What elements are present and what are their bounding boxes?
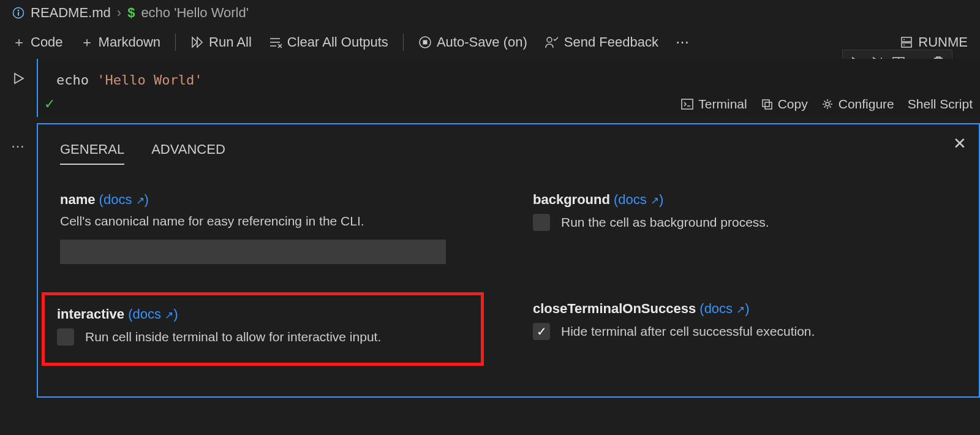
option-close-terminal: closeTerminalOnSuccess (docs ↗) ✓ Hide t… (533, 301, 957, 366)
code-string: 'Hello World' (97, 72, 202, 88)
server-icon (900, 36, 913, 49)
more-menu[interactable]: ⋯ (669, 31, 695, 54)
feedback-label: Send Feedback (564, 34, 658, 50)
terminal-action[interactable]: Terminal (681, 97, 747, 112)
external-link-icon: ↗ (650, 195, 659, 206)
cell-gutter: ⋯ (0, 59, 37, 398)
ellipsis-icon: ⋯ (676, 34, 689, 50)
option-close-terminal-desc: Hide terminal after cell successful exec… (561, 324, 815, 339)
run-cell-icon[interactable] (11, 71, 26, 89)
runme-label: RUNME (918, 34, 968, 50)
feedback-icon (545, 36, 559, 49)
configure-action[interactable]: Configure (821, 97, 894, 112)
terminal-label: Terminal (698, 97, 747, 112)
highlight-annotation: interactive (docs ↗) Run cell inside ter… (42, 292, 484, 366)
autosave-label: Auto-Save (on) (437, 34, 527, 50)
interactive-checkbox[interactable] (57, 328, 74, 346)
tab-general[interactable]: GENERAL (60, 142, 124, 165)
plus-icon: ＋ (80, 33, 94, 51)
separator (403, 34, 404, 51)
run-all-label: Run All (209, 34, 252, 50)
info-icon (12, 7, 24, 19)
svg-point-20 (826, 102, 829, 106)
svg-point-13 (903, 39, 905, 40)
breadcrumb-file[interactable]: README.md (31, 5, 111, 21)
breadcrumb-command[interactable]: echo 'Hello World' (141, 5, 249, 21)
notebook-toolbar: ＋ Code ＋ Markdown Run All Clear All Outp… (0, 26, 980, 59)
code-cell[interactable]: echo 'Hello World' ✓ Terminal (37, 59, 980, 117)
docs-link[interactable]: (docs ↗) (614, 192, 663, 207)
config-tabs: GENERAL ADVANCED (60, 142, 957, 168)
option-name: name (docs ↗) Cell's canonical name for … (60, 192, 484, 264)
svg-rect-18 (763, 100, 769, 107)
svg-rect-2 (18, 12, 19, 16)
docs-label: docs (133, 306, 161, 322)
code-keyword: echo (56, 72, 89, 88)
tab-advanced[interactable]: ADVANCED (151, 142, 225, 165)
dollar-icon: $ (127, 5, 135, 21)
option-background: background (docs ↗) Run the cell as back… (533, 192, 957, 264)
name-input[interactable] (60, 240, 446, 264)
clear-icon (269, 37, 282, 48)
option-interactive-desc: Run cell inside terminal to allow for in… (85, 330, 381, 344)
external-link-icon: ↗ (736, 304, 745, 316)
plus-icon: ＋ (12, 33, 26, 51)
svg-rect-9 (423, 40, 427, 45)
svg-rect-17 (682, 99, 693, 109)
feedback-button[interactable]: Send Feedback (538, 31, 665, 54)
option-name-title: name (60, 192, 95, 207)
svg-point-14 (903, 45, 905, 46)
close-icon[interactable]: ✕ (953, 134, 967, 153)
add-markdown-label: Markdown (99, 34, 160, 50)
option-name-desc: Cell's canonical name for easy referenci… (60, 214, 484, 229)
copy-action[interactable]: Copy (761, 97, 808, 112)
svg-point-1 (18, 10, 20, 12)
background-checkbox[interactable] (533, 214, 550, 231)
config-panel: ✕ GENERAL ADVANCED name (docs ↗) Cell's … (37, 123, 980, 398)
external-link-icon: ↗ (136, 195, 145, 206)
record-icon (418, 36, 432, 49)
copy-icon (761, 98, 773, 110)
close-terminal-checkbox[interactable]: ✓ (533, 323, 550, 340)
gear-icon (821, 98, 834, 110)
svg-rect-19 (765, 102, 772, 109)
language-indicator[interactable]: Shell Script (908, 97, 973, 112)
cell-more-icon[interactable]: ⋯ (11, 138, 26, 154)
clear-outputs-label: Clear All Outputs (287, 34, 388, 50)
svg-rect-12 (902, 43, 911, 47)
code-content[interactable]: echo 'Hello World' (56, 72, 962, 88)
external-link-icon: ↗ (165, 309, 173, 321)
docs-link[interactable]: (docs ↗) (128, 306, 178, 322)
run-all-button[interactable]: Run All (184, 31, 258, 54)
copy-label: Copy (778, 97, 808, 112)
svg-rect-11 (902, 37, 911, 42)
add-markdown-button[interactable]: ＋ Markdown (74, 29, 167, 55)
separator (175, 34, 176, 51)
option-close-terminal-title: closeTerminalOnSuccess (533, 301, 696, 316)
language-label: Shell Script (908, 97, 973, 112)
option-interactive: interactive (docs ↗) Run cell inside ter… (57, 306, 469, 346)
docs-label: docs (104, 192, 132, 207)
autosave-button[interactable]: Auto-Save (on) (412, 31, 533, 54)
option-background-title: background (533, 192, 610, 207)
docs-label: docs (704, 301, 733, 316)
add-code-label: Code (31, 34, 63, 50)
option-background-desc: Run the cell as background process. (561, 215, 769, 230)
docs-link[interactable]: (docs ↗) (699, 301, 749, 316)
run-all-icon (190, 36, 204, 49)
option-interactive-title: interactive (57, 306, 124, 322)
chevron-right-icon: › (117, 5, 121, 21)
svg-point-10 (547, 37, 552, 42)
configure-label: Configure (839, 97, 894, 112)
clear-outputs-button[interactable]: Clear All Outputs (263, 31, 394, 54)
docs-label: docs (618, 192, 646, 207)
breadcrumb: README.md › $ echo 'Hello World' (0, 0, 980, 26)
docs-link[interactable]: (docs ↗) (99, 192, 149, 207)
terminal-icon (681, 99, 693, 110)
checkmark-icon: ✓ (44, 96, 55, 112)
add-code-button[interactable]: ＋ Code (6, 29, 69, 55)
